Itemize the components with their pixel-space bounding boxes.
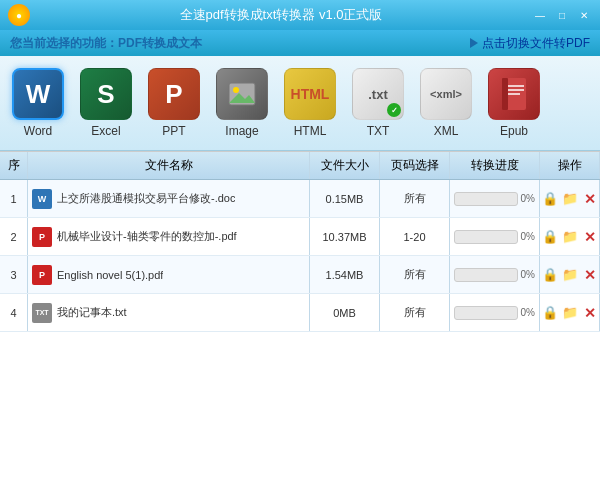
row4-seq: 4: [0, 294, 28, 331]
header-pages: 页码选择: [380, 152, 450, 179]
txt-file-icon: TXT: [32, 303, 52, 323]
current-function: 您当前选择的功能：PDF转换成文本: [10, 35, 202, 52]
table-row: 3 P English novel 5(1).pdf 1.54MB 所有 0% …: [0, 256, 600, 294]
progress-bar-wrap: [454, 192, 518, 206]
op-icons: 🔒 📁 ✕: [543, 191, 597, 207]
sub-header: 您当前选择的功能：PDF转换成文本 点击切换文件转PDF: [0, 30, 600, 56]
row3-progress: 0%: [450, 256, 540, 293]
table-row: 1 W 上交所港股通模拟交易平台修改-.doc 0.15MB 所有 0% 🔒 📁…: [0, 180, 600, 218]
row2-seq: 2: [0, 218, 28, 255]
format-excel[interactable]: S Excel: [74, 64, 138, 142]
folder-open-icon[interactable]: 📁: [563, 191, 577, 207]
txt-icon-box: .txt ✓: [352, 68, 404, 120]
image-icon-box: [216, 68, 268, 120]
xml-label: XML: [434, 124, 459, 138]
lock-icon[interactable]: 🔒: [543, 267, 557, 283]
ppt-icon-box: P: [148, 68, 200, 120]
op-icons: 🔒 📁 ✕: [543, 305, 597, 321]
epub-label: Epub: [500, 124, 528, 138]
remove-icon[interactable]: ✕: [583, 305, 597, 321]
word-icon-box: W: [12, 68, 64, 120]
pdf-file-icon: P: [32, 227, 52, 247]
switch-to-pdf-link[interactable]: 点击切换文件转PDF: [470, 35, 590, 52]
folder-open-icon[interactable]: 📁: [563, 229, 577, 245]
table-row: 2 P 机械毕业设计-轴类零件的数控加-.pdf 10.37MB 1-20 0%…: [0, 218, 600, 256]
file-table: 序 文件名称 文件大小 页码选择 转换进度 操作 1 W 上交所港股通模拟交易平…: [0, 151, 600, 504]
header-seq: 序: [0, 152, 28, 179]
word-label: Word: [24, 124, 52, 138]
row2-name: P 机械毕业设计-轴类零件的数控加-.pdf: [28, 218, 310, 255]
minimize-button[interactable]: —: [532, 8, 548, 22]
header-ops: 操作: [540, 152, 600, 179]
row1-seq: 1: [0, 180, 28, 217]
excel-icon-box: S: [80, 68, 132, 120]
row2-size: 10.37MB: [310, 218, 380, 255]
progress-bar-wrap: [454, 230, 518, 244]
row1-progress: 0%: [450, 180, 540, 217]
op-icons: 🔒 📁 ✕: [543, 267, 597, 283]
row3-pages: 所有: [380, 256, 450, 293]
row3-seq: 3: [0, 256, 28, 293]
progress-bar-wrap: [454, 268, 518, 282]
remove-icon[interactable]: ✕: [583, 229, 597, 245]
pdf-file-icon: P: [32, 265, 52, 285]
row4-ops: 🔒 📁 ✕: [540, 294, 600, 331]
maximize-button[interactable]: □: [554, 8, 570, 22]
row2-pages: 1-20: [380, 218, 450, 255]
row2-progress: 0%: [450, 218, 540, 255]
row3-name: P English novel 5(1).pdf: [28, 256, 310, 293]
xml-icon-box: <xml>: [420, 68, 472, 120]
table-header: 序 文件名称 文件大小 页码选择 转换进度 操作: [0, 151, 600, 180]
main-content: 序 文件名称 文件大小 页码选择 转换进度 操作 1 W 上交所港股通模拟交易平…: [0, 151, 600, 504]
html-label: HTML: [294, 124, 327, 138]
app-title: 全速pdf转换成txt转换器 v1.0正式版: [30, 6, 532, 24]
folder-open-icon[interactable]: 📁: [563, 267, 577, 283]
progress-bar-wrap: [454, 306, 518, 320]
excel-label: Excel: [91, 124, 120, 138]
row2-ops: 🔒 📁 ✕: [540, 218, 600, 255]
header-progress: 转换进度: [450, 152, 540, 179]
format-icon-bar: W Word S Excel P PPT Image HTML HTML: [0, 56, 600, 151]
app-logo: ●: [8, 4, 30, 26]
window-controls: — □ ✕: [532, 8, 592, 22]
lock-icon[interactable]: 🔒: [543, 305, 557, 321]
folder-open-icon[interactable]: 📁: [563, 305, 577, 321]
format-image[interactable]: Image: [210, 64, 274, 142]
row1-pages: 所有: [380, 180, 450, 217]
remove-icon[interactable]: ✕: [583, 191, 597, 207]
format-word[interactable]: W Word: [6, 64, 70, 142]
row1-ops: 🔒 📁 ✕: [540, 180, 600, 217]
format-txt[interactable]: .txt ✓ TXT: [346, 64, 410, 142]
row4-pages: 所有: [380, 294, 450, 331]
table-row: 4 TXT 我的记事本.txt 0MB 所有 0% 🔒 📁 ✕: [0, 294, 600, 332]
title-bar: ● 全速pdf转换成txt转换器 v1.0正式版 — □ ✕: [0, 0, 600, 30]
txt-check-icon: ✓: [387, 103, 401, 117]
close-button[interactable]: ✕: [576, 8, 592, 22]
header-name: 文件名称: [28, 152, 310, 179]
format-html[interactable]: HTML HTML: [278, 64, 342, 142]
svg-rect-4: [502, 78, 508, 110]
epub-icon-box: [488, 68, 540, 120]
header-size: 文件大小: [310, 152, 380, 179]
ppt-label: PPT: [162, 124, 185, 138]
row4-size: 0MB: [310, 294, 380, 331]
lock-icon[interactable]: 🔒: [543, 191, 557, 207]
svg-point-1: [233, 87, 239, 93]
doc-file-icon: W: [32, 189, 52, 209]
row1-name: W 上交所港股通模拟交易平台修改-.doc: [28, 180, 310, 217]
image-label: Image: [225, 124, 258, 138]
row3-size: 1.54MB: [310, 256, 380, 293]
lock-icon[interactable]: 🔒: [543, 229, 557, 245]
remove-icon[interactable]: ✕: [583, 267, 597, 283]
row4-name: TXT 我的记事本.txt: [28, 294, 310, 331]
row4-progress: 0%: [450, 294, 540, 331]
html-icon-box: HTML: [284, 68, 336, 120]
txt-label: TXT: [367, 124, 390, 138]
format-epub[interactable]: Epub: [482, 64, 546, 142]
row3-ops: 🔒 📁 ✕: [540, 256, 600, 293]
format-xml[interactable]: <xml> XML: [414, 64, 478, 142]
op-icons: 🔒 📁 ✕: [543, 229, 597, 245]
format-ppt[interactable]: P PPT: [142, 64, 206, 142]
row1-size: 0.15MB: [310, 180, 380, 217]
